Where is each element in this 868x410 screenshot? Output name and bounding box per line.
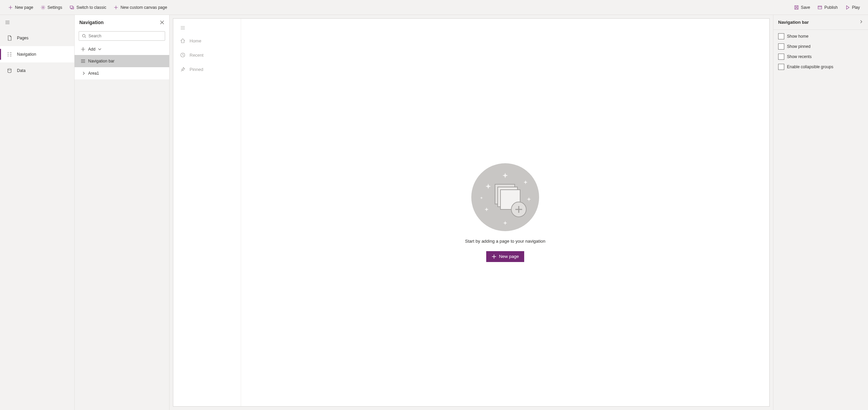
add-label: Add <box>88 47 95 52</box>
top-toolbar: New page Settings Switch to classic New … <box>0 0 868 15</box>
search-box[interactable] <box>79 31 165 41</box>
check-show-home[interactable]: Show home <box>778 33 863 39</box>
canvas-new-page-button[interactable]: New page <box>486 251 525 262</box>
close-icon[interactable] <box>160 20 164 25</box>
left-rail: Pages Navigation Data <box>0 15 75 410</box>
add-button[interactable]: Add <box>79 45 165 53</box>
property-panel: Navigation bar Show home Show pinned Sho… <box>773 15 868 410</box>
check-label: Show recents <box>787 54 812 59</box>
play-icon <box>845 5 850 10</box>
switch-icon <box>70 5 74 10</box>
svg-point-4 <box>8 69 11 70</box>
check-label: Show home <box>787 34 808 39</box>
svg-rect-3 <box>818 6 822 9</box>
prop-title: Navigation bar <box>778 20 809 25</box>
canvas-nav-home[interactable]: Home <box>173 34 241 48</box>
check-collapsible-groups[interactable]: Enable collapsible groups <box>778 64 863 70</box>
plus-icon <box>8 5 13 10</box>
page-icon <box>7 35 12 41</box>
rail-item-data[interactable]: Data <box>0 62 74 79</box>
search-icon <box>82 34 86 38</box>
toolbar-right: Save Publish Play <box>791 3 863 12</box>
svg-point-5 <box>82 34 85 37</box>
chevron-down-icon <box>98 48 101 51</box>
check-label: Enable collapsible groups <box>787 64 833 69</box>
prop-body: Show home Show pinned Show recents Enabl… <box>773 30 868 73</box>
canvas-nav-hamburger[interactable] <box>173 22 241 34</box>
prop-header: Navigation bar <box>773 15 868 30</box>
svg-rect-1 <box>70 6 73 8</box>
tree-area1[interactable]: Area1 <box>75 67 169 79</box>
navigation-panel: Navigation Add Navigation bar <box>75 15 170 410</box>
canvas-nav-recent[interactable]: Recent <box>173 48 241 62</box>
canvas-nav-pinned[interactable]: Pinned <box>173 62 241 76</box>
plus-icon <box>492 254 496 259</box>
plus-icon <box>81 47 85 52</box>
new-canvas-label: New custom canvas page <box>120 5 167 10</box>
canvas-nav: Home Recent Pinned <box>173 19 241 406</box>
checkbox[interactable] <box>778 33 784 39</box>
new-page-label: New page <box>15 5 33 10</box>
switch-classic-label: Switch to classic <box>76 5 106 10</box>
publish-icon <box>817 5 822 10</box>
pin-icon <box>180 67 185 72</box>
canvas-nav-label: Pinned <box>190 67 203 72</box>
plus-icon <box>114 5 118 10</box>
save-button[interactable]: Save <box>791 3 813 12</box>
hamburger-icon <box>180 25 185 31</box>
save-label: Save <box>801 5 810 10</box>
tree-label: Navigation bar <box>88 59 114 63</box>
nav-search-wrap <box>75 30 169 43</box>
tree-label: Area1 <box>88 71 99 76</box>
settings-button[interactable]: Settings <box>37 3 65 12</box>
search-input[interactable] <box>88 34 162 38</box>
settings-label: Settings <box>47 5 62 10</box>
rail-label: Pages <box>17 36 28 40</box>
new-page-btn-label: New page <box>499 254 519 259</box>
svg-rect-2 <box>795 5 798 9</box>
svg-point-0 <box>42 6 44 8</box>
check-show-pinned[interactable]: Show pinned <box>778 43 863 50</box>
empty-text: Start by adding a page to your navigatio… <box>465 239 545 244</box>
tree-navigation-bar[interactable]: Navigation bar <box>75 55 169 67</box>
checkbox[interactable] <box>778 64 784 70</box>
main-layout: Pages Navigation Data Navigation <box>0 15 868 410</box>
publish-button[interactable]: Publish <box>814 3 841 12</box>
navbar-icon <box>81 59 85 63</box>
new-canvas-button[interactable]: New custom canvas page <box>110 3 170 12</box>
check-label: Show pinned <box>787 44 810 49</box>
nav-add-wrap: Add <box>75 43 169 55</box>
gear-icon <box>41 5 45 10</box>
save-icon <box>794 5 799 10</box>
play-label: Play <box>852 5 860 10</box>
nav-tree: Navigation bar Area1 <box>75 55 169 410</box>
navigation-icon <box>7 52 12 57</box>
rail-item-navigation[interactable]: Navigation <box>0 46 74 62</box>
data-icon <box>7 68 12 73</box>
canvas-empty-state: Start by adding a page to your navigatio… <box>241 19 769 406</box>
publish-label: Publish <box>824 5 837 10</box>
nav-panel-header: Navigation <box>75 15 169 30</box>
rail-item-pages[interactable]: Pages <box>0 30 74 46</box>
canvas: Home Recent Pinned <box>173 18 770 407</box>
checkbox[interactable] <box>778 54 784 60</box>
rail-label: Data <box>17 68 25 73</box>
chevron-right-icon[interactable] <box>859 20 863 25</box>
check-show-recents[interactable]: Show recents <box>778 54 863 60</box>
rail-label: Navigation <box>17 52 36 57</box>
new-page-button[interactable]: New page <box>5 3 37 12</box>
chevron-right-icon <box>82 72 85 75</box>
rail-hamburger[interactable] <box>0 15 74 30</box>
clock-icon <box>180 52 185 58</box>
checkbox[interactable] <box>778 43 784 50</box>
switch-classic-button[interactable]: Switch to classic <box>66 3 110 12</box>
canvas-nav-label: Recent <box>190 53 203 58</box>
toolbar-left: New page Settings Switch to classic New … <box>5 3 171 12</box>
play-button[interactable]: Play <box>842 3 863 12</box>
canvas-wrap: Home Recent Pinned <box>170 15 773 410</box>
nav-panel-title: Navigation <box>79 20 104 25</box>
home-icon <box>180 38 185 43</box>
canvas-nav-label: Home <box>190 38 201 43</box>
empty-illustration <box>471 163 539 231</box>
